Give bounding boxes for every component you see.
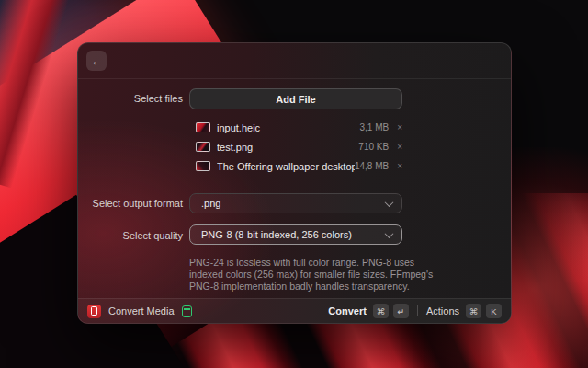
form-content: Select files Add File input.heic 3,1 MB … xyxy=(78,78,511,298)
output-format-dropdown[interactable]: .png xyxy=(189,193,402,213)
file-thumbnail-icon xyxy=(196,142,210,152)
chevron-down-icon xyxy=(385,229,394,238)
add-file-button-label: Add File xyxy=(276,94,315,105)
file-row: The Offering wallpaper desktop.png 14,8 … xyxy=(196,156,402,176)
convert-media-window: ← Select files Add File input.heic 3,1 M… xyxy=(77,42,512,324)
quality-dropdown[interactable]: PNG-8 (8-bit indexed, 256 colors) xyxy=(189,224,402,245)
quality-value: PNG-8 (8-bit indexed, 256 colors) xyxy=(201,229,386,240)
select-files-label: Select files xyxy=(78,93,183,104)
add-file-button[interactable]: Add File xyxy=(189,88,402,109)
chevron-down-icon xyxy=(385,198,394,207)
k-key-icon: K xyxy=(486,304,502,318)
window-footer: Convert Media Convert ⌘ ↵ Actions ⌘ K xyxy=(78,298,511,323)
quality-description: PNG-24 is lossless with full color range… xyxy=(189,257,435,293)
enter-key-icon: ↵ xyxy=(393,304,409,318)
media-file-icon xyxy=(182,305,192,317)
file-thumbnail-icon xyxy=(196,161,210,171)
remove-file-icon[interactable]: × xyxy=(397,123,402,132)
cmd-key-icon: ⌘ xyxy=(466,304,481,318)
convert-media-app-icon xyxy=(87,305,101,318)
actions-menu-button[interactable]: Actions xyxy=(426,305,459,316)
window-header: ← xyxy=(78,43,511,79)
back-button[interactable]: ← xyxy=(86,51,107,71)
footer-separator xyxy=(417,305,418,316)
cmd-key-icon: ⌘ xyxy=(373,304,389,318)
back-arrow-icon: ← xyxy=(91,55,103,67)
output-format-value: .png xyxy=(201,198,386,209)
app-icon-frame xyxy=(91,306,97,316)
file-name: input.heic xyxy=(217,122,359,133)
media-file-icon-line xyxy=(184,308,190,310)
remove-file-icon[interactable]: × xyxy=(397,143,402,152)
file-size: 14,8 MB xyxy=(355,161,389,171)
remove-file-icon[interactable]: × xyxy=(397,162,402,171)
output-format-label: Select output format xyxy=(78,198,183,209)
file-size: 3,1 MB xyxy=(359,122,389,132)
file-size: 710 KB xyxy=(358,142,389,152)
file-name: test.png xyxy=(217,142,358,153)
file-name: The Offering wallpaper desktop.png xyxy=(217,161,355,172)
file-row: test.png 710 KB × xyxy=(196,137,402,156)
convert-action-button[interactable]: Convert xyxy=(328,305,367,316)
footer-actions: Convert ⌘ ↵ Actions ⌘ K xyxy=(328,304,502,318)
file-row: input.heic 3,1 MB × xyxy=(196,118,402,137)
quality-label: Select quality xyxy=(78,230,183,241)
footer-app-name: Convert Media xyxy=(108,305,175,316)
file-thumbnail-icon xyxy=(196,122,210,132)
